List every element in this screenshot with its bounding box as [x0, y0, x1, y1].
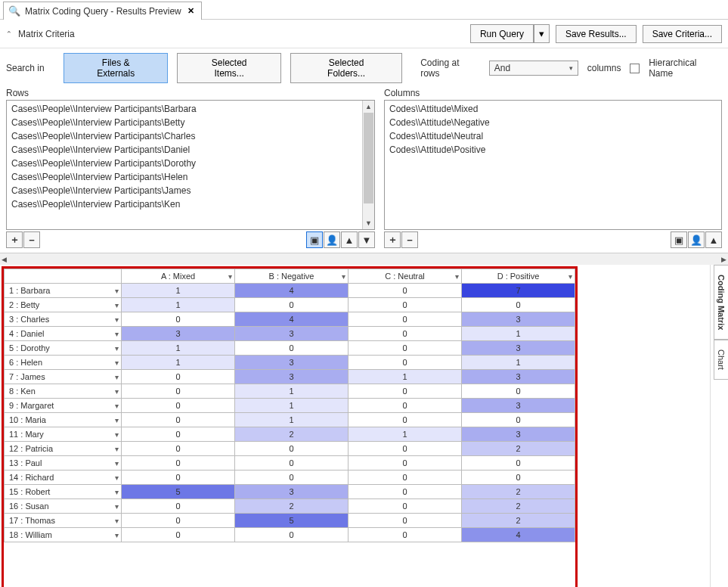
matrix-grid[interactable]: A : Mixed▾B : Negative▾C : Neutral▾D : P…	[4, 269, 575, 542]
column-header[interactable]: C : Neutral▾	[349, 269, 462, 284]
grid-cell[interactable]: 3	[122, 327, 235, 341]
table-row[interactable]: 10 : Maria▾0100	[5, 413, 575, 427]
grid-cell[interactable]: 5	[235, 514, 349, 528]
columns-listbox[interactable]: Codes\\Attitude\MixedCodes\\Attitude\Neg…	[384, 100, 722, 230]
grid-cell[interactable]: 3	[462, 312, 575, 327]
grid-cell[interactable]: 3	[462, 370, 575, 384]
grid-cell[interactable]: 0	[349, 356, 462, 370]
grid-cell[interactable]: 0	[122, 370, 235, 384]
grid-cell[interactable]: 0	[122, 471, 235, 485]
move-down-button[interactable]: ▼	[358, 231, 375, 248]
table-row[interactable]: 4 : Daniel▾3301	[5, 327, 575, 341]
list-item[interactable]: Codes\\Attitude\Mixed	[389, 104, 717, 114]
grid-cell[interactable]: 0	[122, 384, 235, 399]
grid-cell[interactable]: 0	[349, 485, 462, 499]
row-header[interactable]: 10 : Maria▾	[5, 413, 122, 427]
grid-cell[interactable]: 0	[349, 442, 462, 456]
row-header[interactable]: 6 : Helen▾	[5, 356, 122, 370]
grid-cell[interactable]: 1	[235, 399, 349, 413]
table-row[interactable]: 16 : Susan▾0202	[5, 499, 575, 514]
list-item[interactable]: Cases\\People\\Interview Participants\Do…	[11, 158, 370, 169]
filter-icon[interactable]: ▾	[115, 430, 119, 439]
remove-col-button[interactable]: −	[401, 231, 418, 248]
table-row[interactable]: 6 : Helen▾1301	[5, 356, 575, 370]
grid-cell[interactable]: 3	[235, 356, 349, 370]
grid-cell[interactable]: 3	[235, 370, 349, 384]
user-tool-button[interactable]: 👤	[324, 231, 340, 248]
rows-listbox[interactable]: Cases\\People\\Interview Participants\Ba…	[6, 100, 375, 230]
filter-icon[interactable]: ▾	[115, 517, 119, 525]
filter-icon[interactable]: ▾	[455, 272, 459, 281]
add-row-button[interactable]: ＋	[6, 231, 23, 248]
grid-cell[interactable]: 0	[349, 327, 462, 341]
grid-cell[interactable]: 4	[462, 528, 575, 542]
scroll-up-icon[interactable]: ▲	[363, 101, 374, 113]
grid-cell[interactable]: 0	[349, 413, 462, 427]
row-header[interactable]: 4 : Daniel▾	[5, 327, 122, 341]
grid-cell[interactable]: 3	[235, 485, 349, 499]
row-header[interactable]: 3 : Charles▾	[5, 312, 122, 327]
grid-cell[interactable]: 0	[235, 341, 349, 356]
h-scrollbar[interactable]: ◀ ▶	[0, 253, 728, 265]
grid-cell[interactable]: 0	[349, 341, 462, 356]
rows-scrollbar[interactable]: ▲ ▼	[362, 101, 374, 229]
grid-cell[interactable]: 1	[122, 341, 235, 356]
grid-cell[interactable]: 2	[235, 427, 349, 442]
grid-cell[interactable]: 4	[235, 284, 349, 298]
table-row[interactable]: 17 : Thomas▾0502	[5, 514, 575, 528]
hierarchical-checkbox[interactable]	[630, 64, 640, 73]
move-up-button[interactable]: ▲	[341, 231, 358, 248]
scroll-right-icon[interactable]: ▶	[721, 256, 726, 263]
list-item[interactable]: Cases\\People\\Interview Participants\Ba…	[11, 104, 370, 114]
row-header[interactable]: 5 : Dorothy▾	[5, 341, 122, 356]
grid-cell[interactable]: 0	[349, 528, 462, 542]
grid-cell[interactable]: 0	[122, 528, 235, 542]
grid-cell[interactable]: 0	[235, 456, 349, 471]
list-item[interactable]: Cases\\People\\Interview Participants\Ja…	[11, 185, 370, 196]
row-header[interactable]: 14 : Richard▾	[5, 471, 122, 485]
filter-icon[interactable]: ▾	[115, 531, 119, 539]
list-item[interactable]: Cases\\People\\Interview Participants\Da…	[11, 144, 370, 155]
grid-cell[interactable]: 1	[235, 384, 349, 399]
grid-cell[interactable]: 1	[122, 356, 235, 370]
grid-cell[interactable]: 0	[462, 413, 575, 427]
save-criteria-button[interactable]: Save Criteria...	[643, 25, 722, 43]
column-header[interactable]: A : Mixed▾	[122, 269, 235, 284]
scroll-down-icon[interactable]: ▼	[363, 217, 374, 229]
scroll-thumb[interactable]	[364, 113, 373, 203]
row-header[interactable]: 11 : Mary▾	[5, 427, 122, 442]
scroll-left-icon[interactable]: ◀	[2, 256, 7, 263]
row-header[interactable]: 15 : Robert▾	[5, 485, 122, 499]
grid-cell[interactable]: 2	[235, 499, 349, 514]
grid-cell[interactable]: 0	[122, 499, 235, 514]
filter-icon[interactable]: ▾	[115, 502, 119, 511]
table-row[interactable]: 8 : Ken▾0100	[5, 384, 575, 399]
grid-cell[interactable]: 0	[122, 413, 235, 427]
table-row[interactable]: 18 : William▾0004	[5, 528, 575, 542]
grid-cell[interactable]: 0	[235, 471, 349, 485]
collapse-icon[interactable]: ⌄	[6, 30, 12, 38]
grid-cell[interactable]: 3	[462, 341, 575, 356]
filter-icon[interactable]: ▾	[115, 416, 119, 424]
list-item[interactable]: Codes\\Attitude\Positive	[389, 144, 717, 155]
grid-cell[interactable]: 1	[349, 370, 462, 384]
move-up-button-cols[interactable]: ▲	[705, 231, 722, 248]
files-externals-button[interactable]: Files & Externals	[64, 53, 168, 83]
row-header[interactable]: 9 : Margaret▾	[5, 399, 122, 413]
list-item[interactable]: Cases\\People\\Interview Participants\He…	[11, 172, 370, 182]
grid-cell[interactable]: 0	[235, 528, 349, 542]
filter-icon[interactable]: ▾	[115, 488, 119, 496]
tab-chart[interactable]: Chart	[714, 340, 728, 380]
grid-cell[interactable]: 2	[462, 485, 575, 499]
grid-cell[interactable]: 0	[349, 514, 462, 528]
grid-cell[interactable]: 0	[349, 312, 462, 327]
grid-cell[interactable]: 2	[462, 499, 575, 514]
row-header[interactable]: 12 : Patricia▾	[5, 442, 122, 456]
filter-icon[interactable]: ▾	[342, 272, 345, 281]
selected-items-button[interactable]: Selected Items...	[177, 53, 281, 83]
row-header[interactable]: 2 : Betty▾	[5, 298, 122, 312]
grid-cell[interactable]: 1	[122, 284, 235, 298]
grid-cell[interactable]: 1	[235, 413, 349, 427]
grid-cell[interactable]: 3	[235, 327, 349, 341]
filter-icon[interactable]: ▾	[115, 344, 119, 353]
